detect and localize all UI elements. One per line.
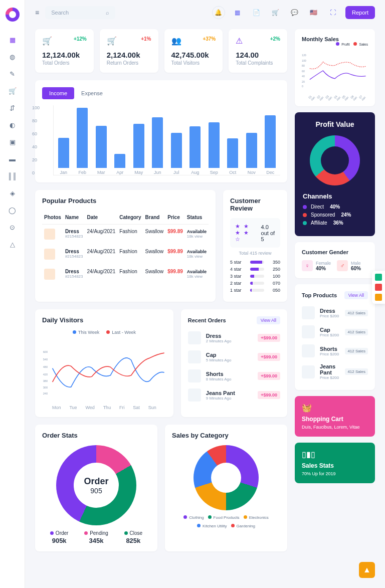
nav-dashboard-icon[interactable]: ▦ <box>9 36 17 44</box>
promo-cart[interactable]: 🧺 Shopping Cart Duis, Faucibus, Lorem, V… <box>295 396 375 437</box>
review-bar-row: 3 star 100 <box>230 274 280 279</box>
nav-world-icon[interactable]: ◯ <box>9 206 17 214</box>
review-bar-row: 2 star 070 <box>230 281 280 286</box>
recent-order-item[interactable]: Shorts8 Minutes Ago +$99.00 <box>188 366 280 385</box>
theme-yellow-icon[interactable] <box>375 294 382 301</box>
tab-expense[interactable]: Expense <box>74 87 110 99</box>
stat-label: Total Orders <box>42 60 87 66</box>
svg-text:540: 540 <box>43 358 48 361</box>
sales-category-card: Sales by Category ClothingFood ProductsE… <box>165 425 287 551</box>
order-price: +$99.00 <box>258 391 280 399</box>
bar-Jun: Jun <box>152 117 164 175</box>
basket-icon: 🧺 <box>302 403 368 413</box>
monthly-sales-legend: Profit Sales <box>302 42 368 46</box>
stat-icon: 👥 <box>171 36 181 46</box>
tab-income[interactable]: Income <box>42 87 74 99</box>
channels-title: Channels <box>303 192 367 200</box>
legend-item: Kitchen Utility <box>197 524 227 528</box>
stat-change: +1% <box>141 36 151 42</box>
bar-Aug: Aug <box>189 126 202 175</box>
legend-item: Gardening <box>231 524 255 528</box>
recent-view-all[interactable]: View All <box>257 316 280 324</box>
svg-text:600: 600 <box>43 350 48 353</box>
report-button[interactable]: Report <box>345 6 375 19</box>
top-products-view-all[interactable]: View All <box>344 291 368 299</box>
recent-order-item[interactable]: Cap5 Minutes Ago +$99.00 <box>188 347 280 366</box>
svg-text:420: 420 <box>43 373 48 376</box>
product-thumb <box>44 249 55 260</box>
order-stat-item: Pending 345k <box>84 530 108 544</box>
monthly-sales-title: Monthly Sales <box>302 36 368 42</box>
top-product-sales: 412 Sales <box>345 310 368 316</box>
nav-camera-icon[interactable]: ▣ <box>9 138 17 146</box>
nav-auth-icon[interactable]: ◐ <box>9 121 17 129</box>
popular-products-table: PhotosNameDateCategoryBrandPriceStatus D… <box>42 211 209 285</box>
nav-globe-icon[interactable]: ◍ <box>9 53 17 61</box>
customer-review-card: Customer Review ★ ★ ★ ★ ☆ 4.0 out of 5 T… <box>223 190 287 302</box>
popular-products-title: Popular Products <box>42 197 209 205</box>
order-stat-item: Order 905k <box>50 530 69 544</box>
table-row[interactable]: Dress#2154823 24/Aug/2021FashionSwallow … <box>42 245 209 265</box>
nav-box-icon[interactable]: ◈ <box>9 189 17 197</box>
top-product-thumb <box>302 325 315 338</box>
scroll-top-button[interactable]: ▲ <box>359 562 375 578</box>
order-stat-item: Close 825k <box>124 530 143 544</box>
gender-title: Customer Gender <box>302 249 368 255</box>
svg-text:0: 0 <box>302 85 303 88</box>
review-total: Total 415 review <box>230 251 280 256</box>
review-title: Customer Review <box>230 197 280 212</box>
stat-change: +12% <box>74 36 87 42</box>
topbar: ≡ Search ⌕ 🔔 ▦ 📄 🛒 💬 🇺🇸 ⛶ Report <box>35 6 375 19</box>
menu-toggle-icon[interactable]: ≡ <box>35 9 39 17</box>
fullscreen-icon[interactable]: ⛶ <box>326 6 339 19</box>
recent-order-item[interactable]: Dress2 Minutes Ago +$99.00 <box>188 328 280 347</box>
file-icon[interactable]: 📄 <box>250 6 263 19</box>
theme-switcher[interactable] <box>372 271 385 304</box>
theme-green-icon[interactable] <box>375 274 382 281</box>
svg-text:480: 480 <box>43 365 48 368</box>
nav-warn-icon[interactable]: △ <box>9 240 17 248</box>
review-bar-row: 4 star 250 <box>230 267 280 272</box>
nav-cart-icon[interactable]: 🛒 <box>9 87 17 95</box>
top-product-thumb <box>302 344 315 357</box>
svg-text:60: 60 <box>302 70 305 73</box>
order-thumb <box>188 331 201 344</box>
search-icon: ⌕ <box>106 10 109 16</box>
top-product-item[interactable]: ShortsPrice $200 412 Sales <box>302 341 368 360</box>
theme-red-icon[interactable] <box>375 284 382 291</box>
nav-wallet-icon[interactable]: ▬ <box>9 155 17 163</box>
stat-label: Total Visitors <box>171 60 216 66</box>
svg-text:80: 80 <box>302 64 305 67</box>
order-stats-donut: Order 905 <box>56 445 136 525</box>
chat-icon[interactable]: 💬 <box>288 6 301 19</box>
top-product-item[interactable]: Jeans PantPrice $200 412 Sales <box>302 360 368 383</box>
income-chart-card: Income Expense 100806040200 Jan Feb Mar … <box>35 80 287 182</box>
table-row[interactable]: Dress#2154823 24/Aug/2021FashionSwallow … <box>42 225 209 245</box>
bar-May: May <box>133 124 145 175</box>
channel-row: Sponsored24% <box>303 212 367 218</box>
flag-icon[interactable]: 🇺🇸 <box>307 6 320 19</box>
search-input[interactable]: Search ⌕ <box>45 6 115 19</box>
nav-lock-icon[interactable]: ⊙ <box>9 223 17 231</box>
table-row[interactable]: Dress#2154823 24/Aug/2021FashionSwallow … <box>42 265 209 285</box>
apps-icon[interactable]: ▦ <box>231 6 244 19</box>
stat-value: 124.00 <box>236 51 280 59</box>
nav-bars-icon[interactable]: ║║ <box>9 172 17 180</box>
gender-female: ♀ Female40% <box>302 260 333 271</box>
recent-order-item[interactable]: Jeans Pant9 Minutes Ago +$99.00 <box>188 385 280 405</box>
top-product-item[interactable]: DressPrice $200 412 Sales <box>302 303 368 322</box>
stat-label: Total Complaints <box>236 60 280 66</box>
promo-stats[interactable]: ▯▮▯ Sales Stats 70% Up for 2019 <box>295 443 375 483</box>
bar-Apr: Apr <box>114 154 126 175</box>
bar-Dec: Dec <box>265 115 277 175</box>
cart-icon[interactable]: 🛒 <box>269 6 282 19</box>
profit-donut <box>310 135 360 185</box>
recent-orders-card: Recent Orders View All Dress2 Minutes Ag… <box>181 309 287 417</box>
svg-text:240: 240 <box>43 392 48 395</box>
stat-cards-row: 🛒 +12% 12,124.00k Total Orders 🛒 +1% 2,1… <box>35 29 287 73</box>
top-product-item[interactable]: CapPrice $200 412 Sales <box>302 322 368 341</box>
notification-icon[interactable]: 🔔 <box>212 6 225 19</box>
nav-edit-icon[interactable]: ✎ <box>9 70 17 78</box>
nav-filter-icon[interactable]: ⇵ <box>9 104 17 112</box>
review-bar-row: 5 star 350 <box>230 260 280 265</box>
